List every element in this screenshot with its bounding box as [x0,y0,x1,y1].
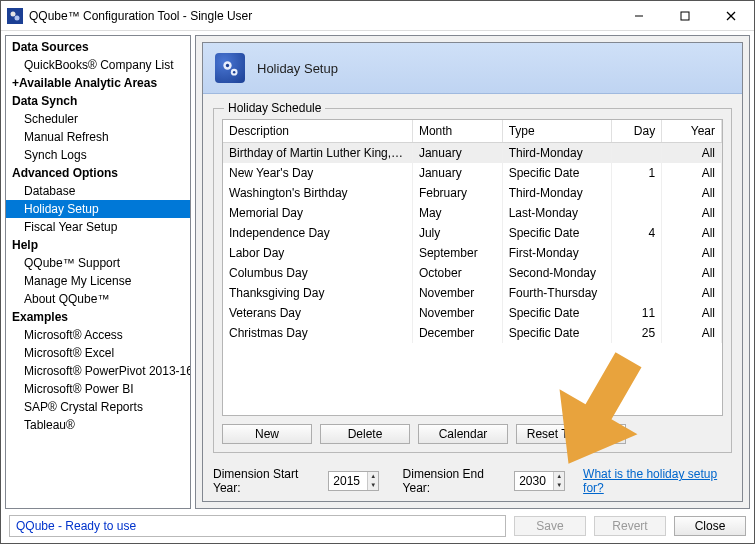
maximize-button[interactable] [662,1,708,31]
sidebar-item[interactable]: About QQube™ [6,290,190,308]
app-icon [7,8,23,24]
cell-month: February [412,183,502,203]
dimension-end-label: Dimension End Year: [403,467,509,495]
cell-description: Thanksgiving Day [223,283,412,303]
cell-type: Specific Date [502,163,612,183]
cell-type: Second-Monday [502,263,612,283]
close-window-button[interactable] [708,1,754,31]
button-row: New Delete Calendar Reset To Default [222,416,723,444]
col-day[interactable]: Day [612,120,662,143]
dimension-end-year-input[interactable] [515,472,553,490]
cell-day [612,243,662,263]
sidebar-item[interactable]: Fiscal Year Setup [6,218,190,236]
cell-year: All [662,303,722,323]
dimension-start-year-input[interactable] [329,472,367,490]
holiday-schedule-group: Holiday Schedule Description Month Type [213,108,732,453]
sidebar-item[interactable]: Database [6,182,190,200]
cell-year: All [662,183,722,203]
sidebar-item[interactable]: Synch Logs [6,146,190,164]
cell-day [612,263,662,283]
sidebar-item[interactable]: QuickBooks® Company List [6,56,190,74]
sidebar-group[interactable]: Data Synch [6,92,190,110]
cell-type: Third-Monday [502,143,612,164]
banner: Holiday Setup [203,43,742,94]
gear-icon [215,53,245,83]
cell-year: All [662,283,722,303]
sidebar-group[interactable]: Data Sources [6,38,190,56]
cell-month: July [412,223,502,243]
sidebar-item[interactable]: Holiday Setup [6,200,190,218]
cell-description: Birthday of Martin Luther King, Jr. [223,143,412,164]
svg-point-10 [233,71,236,74]
cell-description: Memorial Day [223,203,412,223]
col-type[interactable]: Type [502,120,612,143]
cell-day: 25 [612,323,662,343]
table-row[interactable]: Labor DaySeptemberFirst-MondayAll [223,243,722,263]
col-description[interactable]: Description [223,120,412,143]
dimension-end-year[interactable]: ▲▼ [514,471,565,491]
sidebar-item[interactable]: Manage My License [6,272,190,290]
sidebar-item[interactable]: Microsoft® Access [6,326,190,344]
dimension-start-label: Dimension Start Year: [213,467,322,495]
cell-day [612,203,662,223]
body: Data SourcesQuickBooks® Company List+Ava… [1,31,754,513]
spinner-arrows[interactable]: ▲▼ [553,472,564,490]
table-row[interactable]: Birthday of Martin Luther King, Jr.Janua… [223,143,722,164]
cell-month: September [412,243,502,263]
table-row[interactable]: New Year's DayJanuarySpecific Date1All [223,163,722,183]
svg-point-2 [15,15,20,20]
cell-description: Veterans Day [223,303,412,323]
cell-description: Independence Day [223,223,412,243]
table-row[interactable]: Independence DayJulySpecific Date4All [223,223,722,243]
sidebar-item[interactable]: Microsoft® PowerPivot 2013-16 [6,362,190,380]
table-row[interactable]: Columbus DayOctoberSecond-MondayAll [223,263,722,283]
sidebar-group[interactable]: +Available Analytic Areas [6,74,190,92]
table-row[interactable]: Veterans DayNovemberSpecific Date11All [223,303,722,323]
close-button[interactable]: Close [674,516,746,536]
spinner-arrows[interactable]: ▲▼ [367,472,378,490]
cell-day [612,183,662,203]
sidebar[interactable]: Data SourcesQuickBooks® Company List+Ava… [5,35,191,509]
cell-description: Christmas Day [223,323,412,343]
sidebar-item[interactable]: Scheduler [6,110,190,128]
col-year[interactable]: Year [662,120,722,143]
content-inner: Holiday Setup Holiday Schedule Descripti… [202,42,743,502]
reset-to-default-button[interactable]: Reset To Default [516,424,626,444]
cell-type: Fourth-Thursday [502,283,612,303]
save-button[interactable]: Save [514,516,586,536]
cell-month: May [412,203,502,223]
help-link[interactable]: What is the holiday setup for? [583,467,732,495]
table-row[interactable]: Christmas DayDecemberSpecific Date25All [223,323,722,343]
sidebar-item[interactable]: Microsoft® Excel [6,344,190,362]
groupbox-title: Holiday Schedule [224,101,325,115]
dimension-row: Dimension Start Year: ▲▼ Dimension End Y… [203,461,742,501]
table-row[interactable]: Memorial DayMayLast-MondayAll [223,203,722,223]
dimension-start-year[interactable]: ▲▼ [328,471,379,491]
cell-year: All [662,243,722,263]
cell-month: December [412,323,502,343]
delete-button[interactable]: Delete [320,424,410,444]
content-panel: Holiday Setup Holiday Schedule Descripti… [195,35,750,509]
sidebar-item[interactable]: SAP® Crystal Reports [6,398,190,416]
minimize-button[interactable] [616,1,662,31]
holiday-table[interactable]: Description Month Type Day Year Birthday… [222,119,723,416]
sidebar-group[interactable]: Help [6,236,190,254]
statusbar: QQube - Ready to use Save Revert Close [1,513,754,543]
calendar-button[interactable]: Calendar [418,424,508,444]
cell-type: Last-Monday [502,203,612,223]
col-month[interactable]: Month [412,120,502,143]
table-row[interactable]: Washington's BirthdayFebruaryThird-Monda… [223,183,722,203]
sidebar-item[interactable]: Microsoft® Power BI [6,380,190,398]
cell-year: All [662,143,722,164]
new-button[interactable]: New [222,424,312,444]
cell-day [612,283,662,303]
sidebar-group[interactable]: Advanced Options [6,164,190,182]
revert-button[interactable]: Revert [594,516,666,536]
table-row[interactable]: Thanksgiving DayNovemberFourth-ThursdayA… [223,283,722,303]
svg-point-8 [226,64,229,67]
sidebar-item[interactable]: Manual Refresh [6,128,190,146]
sidebar-item[interactable]: Tableau® [6,416,190,434]
sidebar-group[interactable]: Examples [6,308,190,326]
cell-year: All [662,263,722,283]
sidebar-item[interactable]: QQube™ Support [6,254,190,272]
